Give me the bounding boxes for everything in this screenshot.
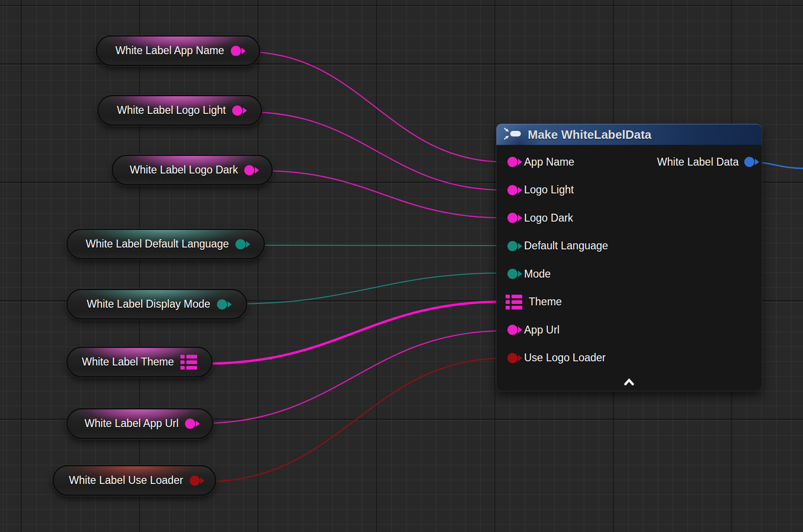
pin-label: App Name bbox=[524, 156, 574, 168]
getter-label: White Label App Url bbox=[85, 417, 179, 430]
string-input-pin-icon[interactable] bbox=[507, 157, 518, 167]
enum-input-pin-icon[interactable] bbox=[507, 269, 518, 279]
pin-row-mode: Mode bbox=[496, 260, 762, 288]
bool-output-pin-icon[interactable] bbox=[190, 476, 200, 486]
wire-app-name[interactable] bbox=[246, 52, 505, 162]
node-collapse-button[interactable] bbox=[496, 377, 762, 389]
node-title: Make WhiteLabelData bbox=[528, 128, 651, 142]
pin-row-logo-dark: Logo Dark bbox=[496, 204, 762, 232]
struct-output-pin-icon[interactable] bbox=[744, 157, 754, 167]
enum-output-pin-icon[interactable] bbox=[217, 299, 227, 309]
pin-row-default-language: Default Language bbox=[496, 232, 762, 260]
bool-input-pin-icon[interactable] bbox=[507, 353, 518, 363]
getter-label: White Label Display Mode bbox=[86, 298, 210, 310]
struct-output-pin-icon[interactable] bbox=[180, 355, 197, 370]
getter-node-white-label-default-language[interactable]: White Label Default Language bbox=[66, 229, 265, 260]
blueprint-graph-canvas[interactable]: White Label App Name White Label Logo Li… bbox=[0, 0, 803, 532]
string-output-pin-icon[interactable] bbox=[244, 165, 254, 175]
node-header[interactable]: Make WhiteLabelData bbox=[496, 124, 762, 145]
wire-display-mode[interactable] bbox=[235, 273, 505, 304]
make-whitelabeldata-node[interactable]: Make WhiteLabelData App Name Logo Light … bbox=[496, 124, 762, 391]
wire-logo-dark[interactable] bbox=[261, 171, 505, 218]
getter-label: White Label Logo Dark bbox=[130, 164, 238, 176]
pin-label: White Label Data bbox=[657, 156, 739, 168]
pin-row-app-url: App Url bbox=[496, 316, 762, 344]
string-input-pin-icon[interactable] bbox=[507, 185, 518, 195]
getter-node-white-label-theme[interactable]: White Label Theme bbox=[66, 346, 213, 377]
getter-node-white-label-app-url[interactable]: White Label App Url bbox=[66, 408, 214, 439]
string-output-pin-icon[interactable] bbox=[231, 46, 241, 56]
chevron-up-icon bbox=[624, 378, 634, 387]
getter-node-white-label-use-loader[interactable]: White Label Use Loader bbox=[52, 465, 216, 496]
pin-row-theme: Theme bbox=[496, 288, 762, 316]
wire-default-language[interactable] bbox=[254, 245, 505, 246]
pin-label: Logo Light bbox=[524, 184, 574, 196]
enum-output-pin-icon[interactable] bbox=[235, 239, 246, 249]
getter-label: White Label Logo Light bbox=[117, 104, 226, 117]
getter-node-white-label-app-name[interactable]: White Label App Name bbox=[96, 35, 260, 66]
getter-node-white-label-logo-light[interactable]: White Label Logo Light bbox=[97, 95, 262, 126]
pin-row-use-logo-loader: Use Logo Loader bbox=[496, 344, 762, 372]
pin-row-logo-light: Logo Light bbox=[496, 176, 762, 204]
pin-label: App Url bbox=[524, 324, 560, 336]
getter-label: White Label Default Language bbox=[86, 238, 229, 250]
enum-input-pin-icon[interactable] bbox=[507, 241, 518, 251]
getter-node-white-label-logo-dark[interactable]: White Label Logo Dark bbox=[111, 155, 273, 186]
wire-theme[interactable] bbox=[205, 302, 505, 364]
wire-app-url[interactable] bbox=[202, 331, 505, 423]
getter-node-white-label-display-mode[interactable]: White Label Display Mode bbox=[66, 289, 247, 320]
string-output-pin-icon[interactable] bbox=[232, 105, 242, 116]
string-output-pin-icon[interactable] bbox=[185, 419, 195, 429]
pin-label: Logo Dark bbox=[524, 212, 573, 224]
getter-label: White Label App Name bbox=[115, 44, 224, 57]
pin-label: Use Logo Loader bbox=[524, 352, 605, 364]
wire-use-loader[interactable] bbox=[207, 358, 505, 482]
string-input-pin-icon[interactable] bbox=[507, 325, 518, 335]
pin-label: Mode bbox=[524, 268, 551, 280]
string-input-pin-icon[interactable] bbox=[507, 213, 518, 223]
pin-row-white-label-data: White Label Data bbox=[657, 148, 754, 176]
pin-label: Theme bbox=[529, 296, 562, 308]
make-struct-icon bbox=[503, 127, 522, 142]
struct-input-pin-icon[interactable] bbox=[506, 295, 522, 309]
getter-label: White Label Theme bbox=[82, 356, 174, 368]
wire-logo-light[interactable] bbox=[248, 112, 505, 190]
pin-label: Default Language bbox=[524, 240, 608, 252]
getter-label: White Label Use Loader bbox=[69, 474, 183, 487]
